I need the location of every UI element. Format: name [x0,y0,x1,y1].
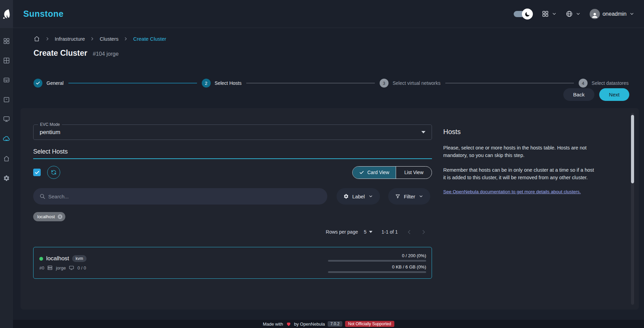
avatar [590,9,600,19]
step-number: 3 [380,79,389,88]
app-header: Sunstone [0,0,644,28]
selected-host-chip[interactable]: localhost [33,212,65,221]
package-icon [3,96,10,103]
step-number: 4 [579,79,588,88]
step-general[interactable]: General [34,79,64,88]
opennebula-logo-icon [2,9,11,19]
user-name: oneadmin [603,11,627,17]
heart-icon [286,322,291,327]
chevron-right-icon [123,37,128,41]
server-icon [47,265,53,271]
chevron-right-icon [45,37,50,41]
step-select-vnets[interactable]: 3 Select virtual networks [380,79,441,88]
next-button[interactable]: Next [599,88,629,101]
sidebar-item-networks[interactable] [3,116,10,122]
card-view-label: Card View [367,170,389,175]
previous-page-button[interactable] [406,229,412,235]
sidebar-item-system[interactable] [3,155,10,162]
step-label: Select virtual networks [393,80,441,86]
breadcrumb-infrastructure[interactable]: Infrastructure [55,36,85,42]
step-number: 2 [202,79,211,88]
globe-icon [566,10,573,17]
help-paragraph: Remember that hosts can be in only one c… [443,166,597,182]
step-label: General [47,80,64,86]
step-done-circle [34,79,42,88]
filter-funnel-icon [395,194,400,199]
breadcrumb-clusters[interactable]: Clusters [100,36,118,42]
chevron-right-icon [421,229,426,235]
host-card-localhost[interactable]: localhost kvm #0 jorge [33,247,432,279]
back-button[interactable]: Back [563,88,594,101]
scrollbar-thumb[interactable] [631,115,634,183]
page-subtitle: #104 jorge [93,51,119,57]
help-title: Hosts [443,128,597,136]
window-grid-icon [3,57,10,64]
dashboard-icon [3,38,10,44]
sidebar-item-instances[interactable] [3,57,10,64]
page-range: 1-1 of 1 [382,229,398,235]
wizard-stepper: General 2 Select Hosts 3 Select virtual … [13,59,644,88]
cpu-usage-bar [328,260,426,262]
help-panel: Hosts Please, select one or more hosts i… [443,108,597,310]
documentation-link[interactable]: See OpenNebula documentation to get more… [443,189,581,194]
opennebula-logo[interactable] [0,0,13,28]
rows-per-page-select[interactable]: 5 [364,229,372,235]
chevron-left-icon [406,229,412,235]
select-all-checkbox[interactable] [33,169,41,176]
sidebar-item-infrastructure[interactable] [3,135,10,143]
hypervisor-badge: kvm [72,255,87,262]
step-connector [68,83,197,83]
breadcrumb: Infrastructure Clusters Create Cluster [13,28,644,43]
step-label: Select datastores [592,80,629,86]
check-icon [359,170,364,175]
home-icon [3,155,10,162]
label-button[interactable]: Label [337,188,380,205]
sidebar-item-templates[interactable] [3,77,10,83]
check-icon [36,81,40,86]
section-title: Select Hosts [33,148,432,159]
cpu-usage-text: 0 / 200 (0%) [328,253,426,258]
storage-box-icon [3,77,10,83]
step-select-datastores[interactable]: 4 Select datastores [579,79,629,88]
chip-delete-icon[interactable] [57,214,63,220]
toggle-thumb [522,9,533,19]
user-menu[interactable]: oneadmin [590,9,634,19]
sidebar-item-storage[interactable] [3,96,10,103]
select-caret-icon [369,231,372,233]
apps-grid-icon [542,10,549,17]
dark-mode-toggle[interactable] [514,8,533,20]
top-bar: Sunstone [13,0,644,28]
footer-made-with: Made with [263,322,283,327]
filter-button[interactable]: Filter [388,188,430,205]
sidebar-item-dashboard[interactable] [3,38,10,44]
scrollbar-track[interactable] [631,113,634,305]
host-name: localhost [46,255,69,262]
search-input[interactable] [48,194,321,199]
person-icon [591,12,599,19]
label-button-text: Label [352,194,365,199]
next-page-button[interactable] [421,229,426,235]
monitor-icon [69,265,74,271]
footer-by: by OpenNebula [294,322,325,327]
brand-title: Sunstone [23,9,64,19]
version-badge: 7.0.2 [328,321,342,327]
list-view-button[interactable]: List View [396,167,432,179]
pagination: Rows per page 5 1-1 of 1 [33,227,432,237]
host-owner: jorge [56,265,66,271]
monitor-network-icon [3,116,10,122]
language-menu[interactable] [566,10,581,17]
card-view-button[interactable]: Card View [353,167,396,179]
host-running-vms: 0 / 0 [77,265,86,271]
step-label: Select Hosts [215,80,242,86]
chevron-down-icon [368,194,373,199]
home-icon[interactable] [34,36,40,42]
gear-icon [343,194,349,199]
evc-mode-select[interactable]: EVC Mode pentium [33,124,432,140]
sidebar-item-settings[interactable] [3,175,10,182]
step-select-hosts[interactable]: 2 Select Hosts [202,79,242,88]
footer: Made with by OpenNebula 7.0.2 Not Offici… [13,320,644,328]
cloud-icon [3,135,10,143]
refresh-button[interactable] [47,166,60,179]
apps-menu[interactable] [542,10,557,17]
gear-icon [3,175,10,182]
